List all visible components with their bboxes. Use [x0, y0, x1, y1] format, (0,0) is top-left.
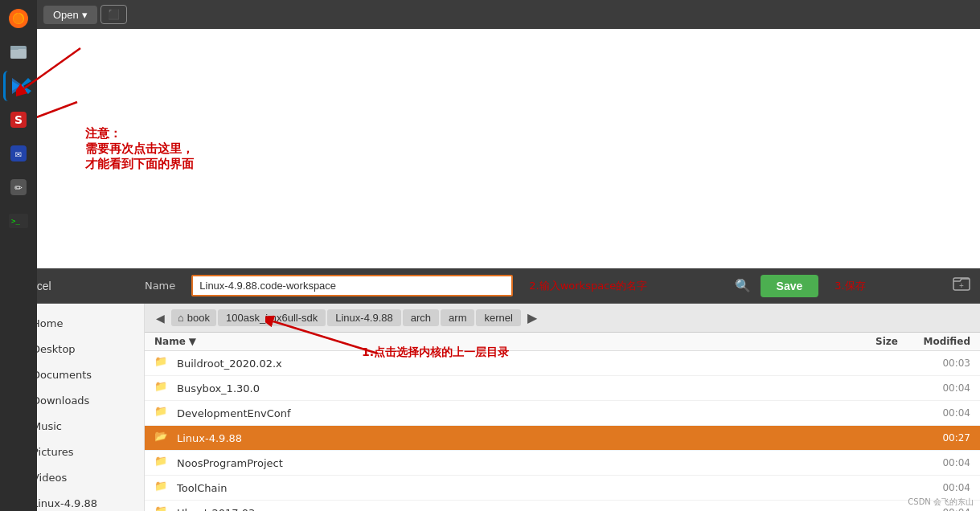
- sort-arrow: ▼: [189, 336, 196, 347]
- file-name: Busybox_1.30.0: [177, 382, 842, 394]
- col-modified-header[interactable]: Modified: [898, 336, 970, 347]
- taskbar-icon-app6[interactable]: ✏: [3, 172, 34, 202]
- svg-rect-4: [10, 46, 18, 50]
- taskbar-icon-files[interactable]: [3, 37, 34, 67]
- file-name: ToolChain: [177, 482, 842, 494]
- file-modified: 00:04: [898, 457, 970, 468]
- sidebar-pictures-label: Pictures: [32, 446, 73, 458]
- open-label: Open: [53, 9, 79, 21]
- folder-icon: 📁: [154, 505, 170, 511]
- folder-icon: 📁: [154, 355, 170, 371]
- folder-icon: 📁: [154, 455, 170, 471]
- table-row[interactable]: 📁 ToolChain 00:04: [145, 476, 980, 501]
- taskbar-icon-vscode[interactable]: [3, 71, 34, 101]
- col-size-header[interactable]: Size: [842, 336, 898, 347]
- table-row[interactable]: 📁 NoosProgramProject 00:04: [145, 451, 980, 476]
- table-row[interactable]: 📁 DevelopmentEnvConf 00:04: [145, 401, 980, 426]
- svg-text:S: S: [14, 113, 23, 126]
- annotation-area: 注意： 需要再次点击这里， 才能看到下面的界面: [37, 29, 980, 268]
- table-row-selected[interactable]: 📂 Linux-4.9.88 00:27: [145, 426, 980, 451]
- taskbar: S ✉ ✏ >_: [0, 0, 37, 511]
- file-name: NoosProgramProject: [177, 457, 842, 469]
- breadcrumb-crumb-1[interactable]: Linux-4.9.88: [327, 309, 401, 326]
- svg-text:✏: ✏: [14, 182, 23, 194]
- menubar: Open ▾ ⬛: [37, 0, 980, 29]
- sidebar-documents-label: Documents: [32, 369, 92, 381]
- file-dialog: Cancel Name 2.输入workspace的名字 🔍 Save 3.保存…: [0, 268, 980, 511]
- svg-text:+: +: [959, 281, 964, 290]
- folder-icon: 📁: [154, 405, 170, 421]
- screen-icon: ⬛: [108, 9, 120, 20]
- filename-input[interactable]: [191, 275, 513, 296]
- svg-text:>_: >_: [11, 217, 20, 225]
- breadcrumb-crumb-0[interactable]: 100ask_imx6ull-sdk: [218, 309, 326, 326]
- screen-button[interactable]: ⬛: [100, 5, 127, 24]
- file-name: DevelopmentEnvConf: [177, 407, 842, 419]
- file-name: Buildroot_2020.02.x: [177, 358, 842, 370]
- annotation3-text: 3.保存: [834, 279, 865, 293]
- dialog-header: Cancel Name 2.输入workspace的名字 🔍 Save 3.保存…: [0, 268, 980, 304]
- annotation-line2: 才能看到下面的界面: [85, 157, 948, 172]
- svg-rect-3: [10, 49, 27, 59]
- sidebar-linux-label: Linux-4.9.88: [32, 497, 97, 509]
- col-name-label: Name: [154, 336, 186, 347]
- name-label: Name: [145, 280, 175, 292]
- taskbar-icon-app5[interactable]: ✉: [3, 138, 34, 169]
- annotation-line1: 需要再次点击这里，: [85, 141, 948, 157]
- breadcrumb-crumb-4[interactable]: kernel: [476, 309, 520, 326]
- open-button[interactable]: Open ▾: [43, 6, 97, 24]
- sidebar-desktop-label: Desktop: [32, 343, 76, 355]
- folder-icon: 📁: [154, 480, 170, 496]
- sidebar-videos-label: Videos: [32, 472, 67, 484]
- file-modified: 00:04: [898, 382, 970, 394]
- file-modified: 00:04: [898, 482, 970, 493]
- open-dropdown-arrow: ▾: [82, 9, 88, 21]
- folder-icon: 📁: [154, 380, 170, 396]
- file-table: 📁 Buildroot_2020.02.x 00:03 📁 Busybox_1.…: [145, 351, 980, 511]
- breadcrumb-home-button[interactable]: ⌂ book: [171, 309, 216, 326]
- file-modified: 00:27: [898, 432, 970, 444]
- new-folder-button[interactable]: +: [953, 275, 970, 296]
- sidebar-downloads-label: Downloads: [32, 394, 89, 407]
- folder-icon-selected: 📂: [154, 430, 170, 446]
- annotation-text: 注意： 需要再次点击这里， 才能看到下面的界面: [85, 126, 948, 172]
- save-button[interactable]: Save: [761, 275, 819, 297]
- table-row[interactable]: 📁 Buildroot_2020.02.x 00:03: [145, 351, 980, 376]
- file-name: Linux-4.9.88: [177, 432, 842, 444]
- col-name-header[interactable]: Name ▼: [154, 336, 842, 347]
- svg-marker-7: [12, 78, 23, 94]
- file-name: Uboot-2017.03: [177, 507, 842, 512]
- search-button[interactable]: 🔍: [735, 278, 751, 293]
- breadcrumb-more-button[interactable]: ▶: [523, 309, 542, 327]
- breadcrumb-crumb-3[interactable]: arm: [441, 309, 474, 326]
- breadcrumb-home-label: book: [187, 312, 210, 324]
- taskbar-icon-terminal[interactable]: >_: [3, 206, 34, 236]
- table-row[interactable]: 📁 Busybox_1.30.0 00:04: [145, 376, 980, 401]
- home-breadcrumb-icon: ⌂: [178, 312, 184, 324]
- annotation2-text: 2.输入workspace的名字: [529, 279, 647, 293]
- watermark: CSDN 会飞的东山: [908, 497, 974, 508]
- main-content: ◀ ⌂ book 100ask_imx6ull-sdk Linux-4.9.88…: [145, 304, 980, 511]
- breadcrumb-back-button[interactable]: ◀: [151, 310, 170, 326]
- dialog-body: 🏠 Home 🖥 Desktop 📄 Documents ⬇ Downloads…: [0, 304, 980, 511]
- svg-text:✉: ✉: [15, 150, 22, 159]
- taskbar-icon-app4[interactable]: S: [3, 104, 34, 135]
- file-table-header: Name ▼ Size Modified: [145, 333, 980, 351]
- file-modified: 00:04: [898, 407, 970, 419]
- annotation-note-prefix: 注意：: [85, 126, 948, 141]
- taskbar-icon-firefox[interactable]: [3, 3, 34, 34]
- file-modified: 00:03: [898, 358, 970, 369]
- breadcrumb-crumb-2[interactable]: arch: [403, 309, 439, 326]
- breadcrumb-bar: ◀ ⌂ book 100ask_imx6ull-sdk Linux-4.9.88…: [145, 304, 980, 333]
- table-row[interactable]: 📁 Uboot-2017.03 00:04: [145, 501, 980, 511]
